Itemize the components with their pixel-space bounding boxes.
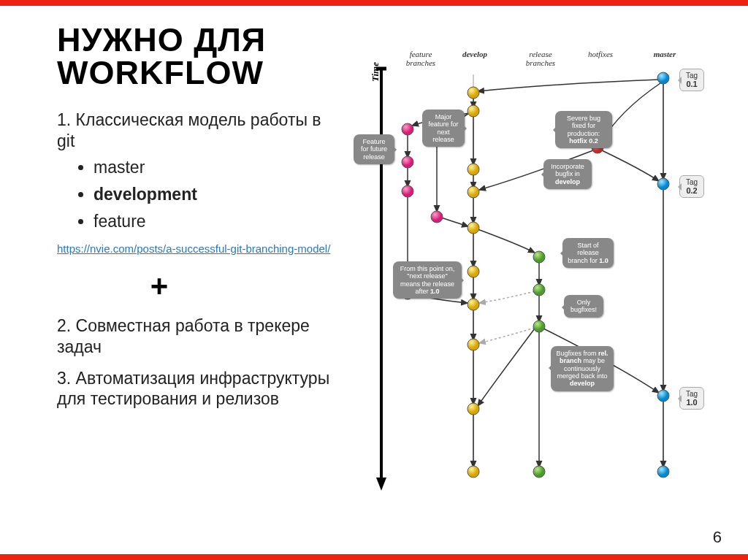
callout-hotfix: Severe bug fixed for production: hotfix … [555, 111, 612, 148]
svg-point-25 [402, 156, 413, 168]
accent-bar-bottom [0, 554, 748, 560]
bullet-master: master [94, 158, 335, 177]
svg-point-17 [468, 339, 479, 350]
svg-marker-1 [376, 477, 386, 491]
svg-point-5 [657, 72, 669, 84]
plus-symbol: + [57, 269, 262, 304]
bullet-list: master development feature [94, 158, 335, 231]
svg-point-13 [468, 186, 479, 198]
svg-point-6 [657, 178, 669, 190]
svg-point-7 [657, 390, 669, 402]
svg-point-10 [468, 87, 479, 99]
svg-point-24 [402, 123, 413, 135]
svg-point-16 [468, 299, 479, 310]
svg-point-21 [533, 284, 545, 296]
svg-point-20 [533, 251, 545, 263]
gitflow-diagram: Time feature branches develop release br… [356, 16, 719, 545]
callout-bugfixes: Only bugfixes! [564, 295, 603, 318]
callout-next-release: From this point on, "next release" means… [393, 261, 462, 299]
tag-02: Tag0.2 [679, 175, 704, 198]
callout-incorporate: Incorporate bugfix in develop [543, 159, 592, 189]
svg-point-15 [468, 266, 479, 277]
callout-merge-back: Bugfixes from rel. branch may be continu… [551, 346, 614, 391]
svg-point-8 [657, 466, 669, 477]
svg-point-22 [533, 321, 545, 332]
callout-feature-future: Feature for future release [354, 134, 394, 164]
svg-point-26 [402, 185, 413, 197]
section-2: 2. Совместная работа в трекере задач [57, 315, 335, 358]
svg-point-11 [468, 105, 479, 117]
svg-point-19 [468, 466, 479, 477]
text-column: НУЖНО ДЛЯ WORKFLOW 1. Классическая модел… [57, 16, 335, 545]
callout-start-release: Start of release branch for 1.0 [562, 238, 614, 268]
bullet-development: development [94, 185, 335, 204]
svg-point-29 [431, 211, 443, 223]
slide-title: НУЖНО ДЛЯ WORKFLOW [57, 23, 335, 89]
callout-major-feature: Major feature for next release [422, 110, 465, 147]
svg-point-23 [533, 466, 545, 477]
tag-10: Tag1.0 [679, 387, 704, 410]
accent-bar-top [0, 0, 748, 6]
source-link[interactable]: https://nvie.com/posts/a-successful-git-… [57, 242, 335, 256]
svg-point-12 [468, 164, 479, 175]
svg-point-14 [468, 222, 479, 234]
svg-point-18 [468, 403, 479, 415]
section-3: 3. Автоматизация инфраструктуры для тест… [57, 368, 335, 410]
tag-01: Tag0.1 [679, 69, 704, 91]
bullet-feature: feature [94, 212, 335, 231]
page-number: 6 [713, 528, 722, 547]
section-1: 1. Классическая модель работы в git [57, 110, 335, 152]
